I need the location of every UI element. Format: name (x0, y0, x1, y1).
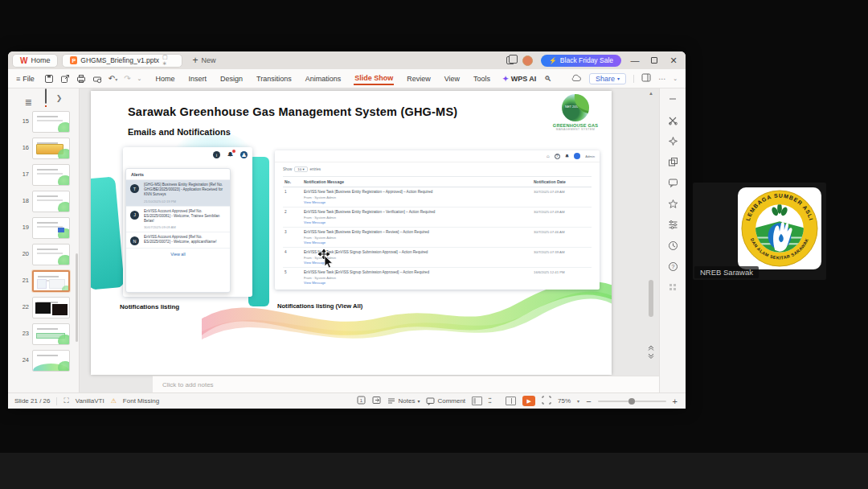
menu-transitions[interactable]: Transitions (256, 73, 293, 84)
slide-thumbnail-17[interactable]: 17 (8, 164, 79, 191)
ribbon-bar: ≡ File ↶▾ ↷ ⌄ Home Insert Design Transit… (8, 69, 686, 88)
previous-slide-icon[interactable] (648, 344, 654, 351)
more-quick-icons-chevron[interactable]: ⌄ (137, 76, 142, 82)
show-label: Show (283, 167, 292, 171)
help-icon[interactable]: ? (660, 256, 686, 277)
home-tab[interactable]: W Home (12, 54, 58, 68)
participant-video-tile[interactable]: LEMBAGA SUMBER ASLI DAN ALAM SEKITAR SAR… (693, 183, 826, 280)
slide-thumbnail-21-selected[interactable]: 21 (8, 270, 79, 297)
search-icon[interactable]: 🔍︎ (544, 75, 551, 83)
scroll-up-icon[interactable]: ▲ (649, 91, 653, 96)
file-menu-label: File (23, 75, 35, 83)
info-icon: i (213, 151, 220, 158)
comment-panel-icon[interactable] (660, 172, 686, 193)
print-preview-button[interactable] (92, 74, 102, 84)
svg-text:?: ? (671, 264, 674, 269)
slide-sorter-button[interactable] (489, 397, 499, 405)
slide-thumbnail-23[interactable]: 23 (8, 323, 79, 350)
slide-thumbnail-16[interactable]: 16 (8, 138, 79, 164)
redo-button[interactable]: ↷ (124, 74, 130, 83)
share-caret-icon: ▾ (617, 76, 620, 81)
wps-ai-button[interactable]: ✦ WPS AI (502, 75, 536, 83)
collapse-panel-icon[interactable]: ❯ (56, 94, 63, 102)
slide-scrollbar[interactable]: ▲ (645, 88, 657, 376)
slide-note-icon[interactable]: 1 (357, 396, 366, 406)
ghgms-logo: NET 2050 GREENHOUSE GAS MANAGEMENT SYSTE… (551, 94, 600, 131)
minimize-button[interactable]: — (629, 55, 641, 65)
notes-toggle-button[interactable]: Notes▾ (387, 397, 420, 405)
menu-home[interactable]: Home (154, 73, 175, 84)
menu-slide-show[interactable]: Slide Show (354, 72, 394, 85)
menu-view[interactable]: View (444, 73, 461, 84)
menu-tools[interactable]: Tools (473, 73, 491, 84)
export-button[interactable] (60, 74, 70, 84)
zoom-level-label[interactable]: 75% (558, 397, 571, 405)
slide-thumbnail-20[interactable]: 20 (8, 244, 79, 270)
favorites-star-icon[interactable] (660, 193, 686, 214)
slide-thumbnail-19[interactable]: 19 (8, 217, 79, 244)
screen-share-stage: W Home P GHGMS_Briefing_v1.pptx ▢ ∗ + Ne… (0, 0, 868, 489)
presenter-view-icon[interactable] (372, 396, 381, 406)
black-friday-sale-button[interactable]: ⚡ Black Friday Sale (541, 55, 621, 67)
outline-view-icon[interactable] (25, 94, 35, 103)
undo-button[interactable]: ↶▾ (108, 74, 117, 83)
settings-sliders-icon[interactable] (660, 214, 686, 235)
normal-view-button[interactable] (472, 397, 482, 405)
ppt-file-icon: P (70, 56, 77, 64)
view-all-link: View all (126, 248, 230, 260)
menu-review[interactable]: Review (406, 73, 432, 84)
comment-button[interactable]: Comment (426, 397, 465, 405)
apps-grid-icon[interactable] (660, 277, 686, 298)
maximize-button[interactable] (649, 55, 660, 65)
thumbnail-scrollbar[interactable] (76, 253, 78, 342)
status-bar: Slide 21 / 26 ⛶ VanillaVTI ⚠ Font Missin… (8, 392, 686, 409)
menu-insert[interactable]: Insert (187, 73, 207, 84)
zoom-caret-icon[interactable]: ▾ (577, 398, 579, 404)
scrollbar-thumb[interactable] (649, 280, 653, 317)
file-menu-button[interactable]: ≡ File (16, 75, 35, 83)
zoom-out-button[interactable]: − (586, 397, 591, 406)
close-button[interactable]: ✕ (668, 55, 679, 66)
new-tab-button[interactable]: + New (192, 55, 215, 66)
ghgms-globe-icon: NET 2050 (562, 94, 589, 121)
share-button[interactable]: Share ▾ (589, 73, 626, 84)
window-stack-icon[interactable] (506, 56, 514, 64)
slide-thumbnail-24[interactable]: 24 (8, 350, 79, 376)
slide-thumbnail-22[interactable]: 22 (8, 297, 79, 323)
collapse-rail-icon[interactable] (660, 88, 686, 109)
zoom-slider-handle[interactable] (628, 398, 635, 405)
animation-icon[interactable] (660, 130, 686, 151)
slideshow-play-button[interactable]: ▶ (522, 396, 535, 406)
wps-office-window: W Home P GHGMS_Briefing_v1.pptx ▢ ∗ + Ne… (8, 51, 686, 409)
menu-animations[interactable]: Animations (305, 73, 342, 84)
cloud-sync-icon[interactable] (571, 74, 582, 84)
more-options-icon[interactable]: ⋯ (658, 75, 665, 83)
slide-21-canvas[interactable]: Sarawak Greenhouse Gas Management System… (91, 91, 612, 375)
menu-design[interactable]: Design (219, 73, 244, 84)
language-label[interactable]: VanillaVTI (76, 397, 104, 405)
slide-view-tab[interactable] (45, 89, 47, 107)
design-tools-icon[interactable] (660, 109, 686, 130)
fit-slide-icon[interactable] (542, 396, 551, 406)
print-button[interactable] (76, 74, 86, 84)
font-missing-label[interactable]: Font Missing (123, 397, 159, 405)
notes-area[interactable]: Click to add notes (153, 376, 686, 392)
next-slide-icon[interactable] (648, 353, 654, 360)
panel-layout-icon[interactable] (641, 73, 651, 84)
teal-shape-left (91, 176, 125, 290)
history-clock-icon[interactable] (660, 235, 686, 256)
layout-icon[interactable] (660, 151, 686, 172)
save-button[interactable] (44, 74, 54, 84)
slide-thumbnail-18[interactable]: 18 (8, 191, 79, 217)
document-tab[interactable]: P GHGMS_Briefing_v1.pptx ▢ ∗ (62, 54, 182, 68)
reading-view-button[interactable] (506, 397, 516, 405)
collapse-ribbon-icon[interactable]: ⌄ (673, 76, 678, 82)
zoom-in-button[interactable]: + (673, 397, 678, 406)
table-row: 3 EnVISS New Task [Business Entity Regis… (283, 228, 592, 248)
right-toolbar: ? (659, 88, 686, 409)
zoom-slider[interactable] (598, 401, 666, 402)
workspace: ❯ 15 16 17 18 (8, 88, 686, 409)
account-avatar[interactable] (522, 55, 533, 66)
user-avatar-icon: 👤︎ (240, 151, 248, 158)
slide-thumbnail-15[interactable]: 15 (8, 111, 79, 138)
